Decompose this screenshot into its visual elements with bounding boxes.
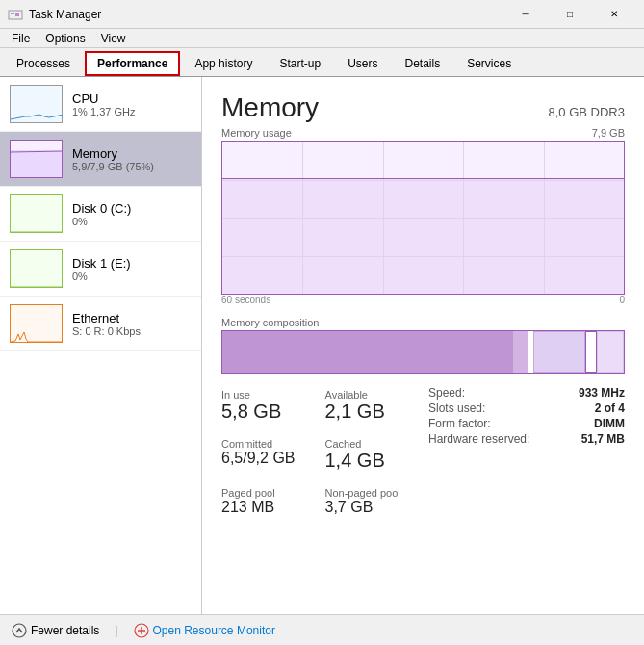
ethernet-thumbnail xyxy=(10,304,63,343)
cpu-thumbnail xyxy=(10,85,63,123)
open-resource-monitor-button[interactable]: Open Resource Monitor xyxy=(134,623,275,638)
cpu-name: CPU xyxy=(72,91,192,106)
tab-performance[interactable]: Performance xyxy=(85,51,180,76)
stat-slots-value: 2 of 4 xyxy=(595,401,625,415)
disk0-name: Disk 0 (C:) xyxy=(72,201,192,216)
chart-main-area xyxy=(221,141,625,295)
tab-startup[interactable]: Start-up xyxy=(267,51,333,76)
resource-item-memory[interactable]: Memory 5,9/7,9 GB (75%) xyxy=(0,132,201,187)
menu-file[interactable]: File xyxy=(4,30,38,47)
window-title: Task Manager xyxy=(29,8,503,21)
fewer-details-button[interactable]: Fewer details xyxy=(12,623,99,638)
stat-form-label: Form factor: xyxy=(428,417,491,430)
composition-bar xyxy=(222,331,624,373)
window-controls: ─ □ ✕ xyxy=(503,0,636,29)
stat-available: Available 2,1 GB xyxy=(325,385,414,426)
memory-composition-section: Memory composition xyxy=(221,317,625,374)
menu-view[interactable]: View xyxy=(93,30,134,47)
comp-modified xyxy=(513,331,528,373)
stat-available-value: 2,1 GB xyxy=(325,400,414,423)
stat-nonpaged-label: Non-paged pool xyxy=(325,487,414,499)
composition-chart xyxy=(221,330,625,374)
main-content: CPU 1% 1,37 GHz Memory 5,9/7,9 GB (75%) xyxy=(0,77,644,614)
svg-rect-1 xyxy=(11,13,14,14)
tab-details[interactable]: Details xyxy=(392,51,452,76)
svg-rect-5 xyxy=(11,150,63,178)
svg-rect-7 xyxy=(11,250,63,288)
app-icon xyxy=(8,7,23,22)
svg-rect-2 xyxy=(15,13,19,16)
svg-point-9 xyxy=(13,624,26,637)
disk0-info: Disk 0 (C:) 0% xyxy=(72,201,192,227)
stat-speed-label: Speed: xyxy=(428,386,465,400)
stat-nonpaged: Non-paged pool 3,7 GB xyxy=(325,483,414,520)
bottombar: Fewer details | Open Resource Monitor xyxy=(0,614,644,645)
stat-in-use-value: 5,8 GB xyxy=(221,400,310,423)
separator: | xyxy=(115,624,117,637)
stat-slots-label: Slots used: xyxy=(428,401,485,415)
disk1-info: Disk 1 (E:) 0% xyxy=(72,256,192,282)
chart-main-labels: Memory usage 7,9 GB xyxy=(221,127,625,139)
tab-services[interactable]: Services xyxy=(454,51,524,76)
stats-left: In use 5,8 GB Available 2,1 GB Committed… xyxy=(221,385,413,520)
close-button[interactable]: ✕ xyxy=(592,0,636,29)
tab-processes[interactable]: Processes xyxy=(4,51,83,76)
stat-cached-value: 1,4 GB xyxy=(325,450,414,472)
memory-title: Memory xyxy=(221,92,319,123)
left-panel: CPU 1% 1,37 GHz Memory 5,9/7,9 GB (75%) xyxy=(0,77,202,614)
tabbar: Processes Performance App history Start-… xyxy=(0,48,644,77)
resource-item-cpu[interactable]: CPU 1% 1,37 GHz xyxy=(0,77,201,132)
resource-item-ethernet[interactable]: Ethernet S: 0 R: 0 Kbps xyxy=(0,297,201,351)
resource-monitor-icon xyxy=(134,623,149,638)
memory-header: Memory 8,0 GB DDR3 xyxy=(221,92,625,123)
stat-committed-label: Committed xyxy=(221,438,310,450)
tab-app-history[interactable]: App history xyxy=(182,51,265,76)
disk1-stat: 0% xyxy=(72,271,192,282)
stat-form-row: Form factor: DIMM xyxy=(428,416,625,431)
memory-type: 8,0 GB DDR3 xyxy=(549,105,625,119)
comp-in-use xyxy=(222,331,513,373)
stat-in-use: In use 5,8 GB xyxy=(221,385,310,426)
disk0-thumbnail xyxy=(10,194,63,233)
ethernet-name: Ethernet xyxy=(72,311,192,325)
svg-rect-6 xyxy=(11,195,63,233)
fewer-details-label: Fewer details xyxy=(31,624,99,637)
stats-right: Speed: 933 MHz Slots used: 2 of 4 Form f… xyxy=(413,385,625,520)
cpu-stat: 1% 1,37 GHz xyxy=(72,106,192,117)
disk1-thumbnail xyxy=(10,249,63,288)
stat-slots-row: Slots used: 2 of 4 xyxy=(428,400,625,416)
memory-name: Memory xyxy=(72,146,192,161)
ethernet-stat: S: 0 R: 0 Kbps xyxy=(72,325,192,337)
stats-container: In use 5,8 GB Available 2,1 GB Committed… xyxy=(221,385,625,520)
ethernet-info: Ethernet S: 0 R: 0 Kbps xyxy=(72,311,192,337)
stat-available-label: Available xyxy=(325,389,414,400)
maximize-button[interactable]: □ xyxy=(548,0,592,29)
memory-usage-chart: Memory usage 7,9 GB 60 seconds xyxy=(221,127,625,305)
tab-users[interactable]: Users xyxy=(335,51,390,76)
right-panel: Memory 8,0 GB DDR3 Memory usage 7,9 GB xyxy=(202,77,644,614)
stat-paged-value: 213 MB xyxy=(221,499,310,516)
memory-stat: 5,9/7,9 GB (75%) xyxy=(72,161,192,172)
titlebar: Task Manager ─ □ ✕ xyxy=(0,0,644,29)
stat-paged: Paged pool 213 MB xyxy=(221,483,310,520)
cpu-info: CPU 1% 1,37 GHz xyxy=(72,91,192,117)
stat-hw-row: Hardware reserved: 51,7 MB xyxy=(428,431,625,447)
chart-time-labels: 60 seconds 0 xyxy=(221,295,625,305)
stat-cached: Cached 1,4 GB xyxy=(325,434,414,476)
disk0-stat: 0% xyxy=(72,216,192,227)
menu-options[interactable]: Options xyxy=(38,30,92,47)
stat-paged-label: Paged pool xyxy=(221,487,310,499)
disk1-name: Disk 1 (E:) xyxy=(72,256,192,271)
resource-item-disk1[interactable]: Disk 1 (E:) 0% xyxy=(0,242,201,297)
stat-nonpaged-value: 3,7 GB xyxy=(325,499,414,516)
resource-item-disk0[interactable]: Disk 0 (C:) 0% xyxy=(0,187,201,242)
chart-time-right: 0 xyxy=(619,295,625,305)
stat-hw-label: Hardware reserved: xyxy=(428,432,529,446)
chart-label-right: 7,9 GB xyxy=(592,127,625,139)
minimize-button[interactable]: ─ xyxy=(503,0,548,29)
composition-label-text: Memory composition xyxy=(221,317,319,328)
stat-hw-value: 51,7 MB xyxy=(581,432,625,446)
menubar: File Options View xyxy=(0,29,644,48)
chart-label-left: Memory usage xyxy=(221,127,292,139)
stat-committed: Committed 6,5/9,2 GB xyxy=(221,434,310,476)
